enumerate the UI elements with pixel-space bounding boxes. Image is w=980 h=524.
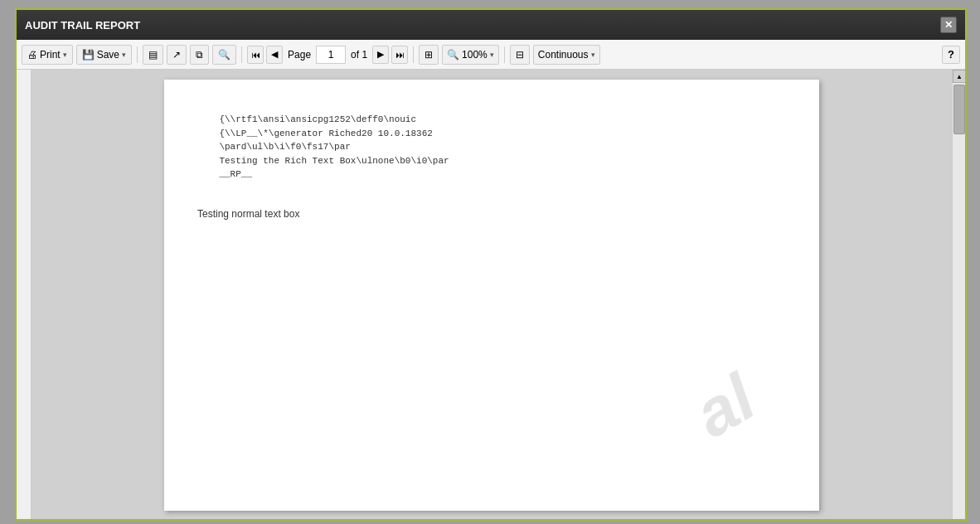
rtf-line-3: \pard\ul\b\i\f0\fs17\par: [197, 140, 786, 154]
rtf-line-4: Testing the Rich Text Box\ulnone\b0\i0\p…: [197, 154, 786, 168]
left-sidebar: [17, 70, 32, 519]
export-icon: ↗: [172, 49, 181, 61]
layout-button[interactable]: ▤: [143, 45, 163, 65]
prev-page-button[interactable]: ◀: [266, 46, 283, 64]
continuous-label: Continuous: [538, 49, 589, 61]
normal-text-content: Testing normal text box: [197, 208, 299, 220]
vertical-scrollbar[interactable]: ▲: [952, 70, 965, 519]
save-dropdown-arrow: ▾: [122, 51, 126, 59]
page-number-input[interactable]: [316, 46, 346, 64]
dialog-title: AUDIT TRAIL REPORT: [25, 19, 140, 32]
zoom-dropdown[interactable]: 🔍 100% ▾: [442, 45, 499, 65]
separator-2: [241, 46, 242, 63]
audit-trail-dialog: AUDIT TRAIL REPORT ✕ 🖨 Print ▾ 💾 Save ▾ …: [15, 8, 967, 521]
copy-icon: ⧉: [196, 49, 203, 61]
last-page-button[interactable]: ⏭: [391, 46, 408, 64]
continuous-dropdown[interactable]: Continuous ▾: [533, 45, 600, 65]
page-setup-icon: ⊟: [516, 49, 524, 61]
scroll-area[interactable]: {\\rtf1\ansi\ansicpg1252\deff0\nouic {\\…: [32, 70, 952, 519]
first-page-button[interactable]: ⏮: [247, 46, 264, 64]
save-icon: 💾: [82, 49, 95, 61]
separator-4: [504, 46, 505, 63]
page-navigation: ⏮ ◀ Page of 1 ▶ ⏭: [247, 46, 408, 64]
print-label: Print: [40, 49, 61, 61]
help-button[interactable]: ?: [942, 46, 960, 64]
page-content: {\\rtf1\ansi\ansicpg1252\deff0\nouic {\\…: [197, 113, 786, 221]
separator-3: [413, 46, 414, 63]
layout-icon: ▤: [148, 49, 158, 61]
page-setup-button[interactable]: ⊟: [510, 45, 530, 65]
report-toolbar: 🖨 Print ▾ 💾 Save ▾ ▤ ↗ ⧉ 🔍 ⏮: [17, 40, 965, 70]
save-button[interactable]: 💾 Save ▾: [76, 45, 132, 65]
scroll-up-button[interactable]: ▲: [953, 70, 965, 83]
normal-text-block: Testing normal text box: [197, 206, 786, 221]
next-page-button[interactable]: ▶: [372, 46, 389, 64]
dialog-titlebar: AUDIT TRAIL REPORT ✕: [17, 10, 965, 40]
rtf-line-1: {\\rtf1\ansi\ansicpg1252\deff0\nouic: [197, 113, 786, 127]
continuous-dropdown-arrow: ▾: [591, 51, 595, 59]
fit-page-button[interactable]: ⊞: [419, 45, 439, 65]
copy-button[interactable]: ⧉: [190, 45, 209, 65]
export-button[interactable]: ↗: [167, 45, 187, 65]
report-page: {\\rtf1\ansi\ansicpg1252\deff0\nouic {\\…: [164, 80, 819, 511]
rtf-line-2: {\\LP__\*\generator Riched20 10.0.18362: [197, 127, 786, 141]
rtf-content-block: {\\rtf1\ansi\ansicpg1252\deff0\nouic {\\…: [197, 113, 786, 182]
zoom-search-icon: 🔍: [447, 49, 459, 61]
save-label: Save: [97, 49, 119, 61]
print-button[interactable]: 🖨 Print ▾: [22, 45, 73, 65]
page-label: Page: [288, 49, 311, 61]
close-button[interactable]: ✕: [940, 17, 957, 33]
rtf-line-5: __RP__: [197, 167, 786, 182]
find-button[interactable]: 🔍: [212, 45, 236, 65]
fit-page-icon: ⊞: [425, 49, 433, 61]
find-icon: 🔍: [218, 49, 230, 61]
print-icon: 🖨: [27, 49, 37, 61]
zoom-label: 100%: [462, 49, 488, 61]
watermark: al: [682, 359, 769, 453]
scroll-thumb[interactable]: [953, 85, 965, 134]
print-dropdown-arrow: ▾: [63, 51, 67, 59]
zoom-dropdown-arrow: ▾: [490, 51, 494, 59]
separator-1: [137, 46, 138, 63]
of-label: of 1: [351, 49, 367, 61]
report-content-area: {\\rtf1\ansi\ansicpg1252\deff0\nouic {\\…: [17, 70, 965, 519]
